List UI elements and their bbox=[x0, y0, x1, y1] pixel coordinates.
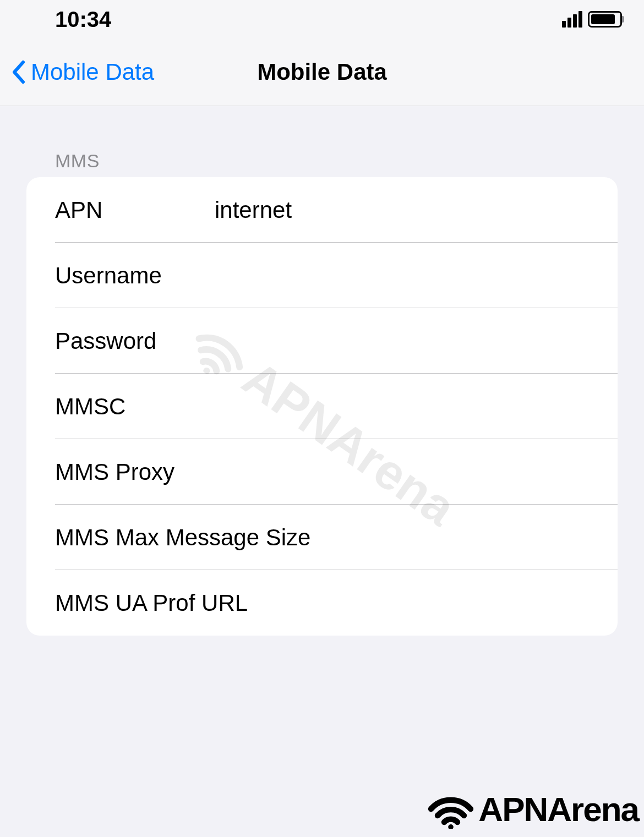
mms-proxy-input[interactable] bbox=[215, 459, 618, 485]
footer-brand-text: APNArena bbox=[478, 790, 638, 829]
status-bar: 10:34 bbox=[0, 0, 644, 39]
mms-ua-prof-row[interactable]: MMS UA Prof URL bbox=[26, 570, 618, 636]
page-title: Mobile Data bbox=[257, 59, 387, 85]
password-label: Password bbox=[55, 328, 215, 354]
apn-row[interactable]: APN bbox=[26, 177, 618, 243]
navigation-bar: Mobile Data Mobile Data bbox=[0, 39, 644, 106]
username-input[interactable] bbox=[215, 262, 618, 289]
svg-point-1 bbox=[449, 824, 454, 829]
mmsc-input[interactable] bbox=[215, 393, 618, 420]
back-button[interactable]: Mobile Data bbox=[0, 59, 154, 85]
footer-brand: APNArena bbox=[426, 789, 638, 829]
mms-ua-prof-label: MMS UA Prof URL bbox=[55, 590, 248, 616]
mms-max-size-row[interactable]: MMS Max Message Size bbox=[26, 505, 618, 570]
apn-input[interactable] bbox=[215, 197, 618, 223]
back-button-label: Mobile Data bbox=[31, 59, 154, 85]
password-row[interactable]: Password bbox=[26, 308, 618, 374]
mms-max-size-label: MMS Max Message Size bbox=[55, 524, 310, 551]
mmsc-label: MMSC bbox=[55, 393, 215, 420]
cellular-signal-icon bbox=[562, 11, 582, 28]
mms-proxy-row[interactable]: MMS Proxy bbox=[26, 439, 618, 505]
password-input[interactable] bbox=[215, 328, 618, 354]
chevron-left-icon bbox=[11, 60, 28, 84]
apn-label: APN bbox=[55, 197, 215, 223]
wifi-icon bbox=[426, 789, 476, 829]
username-row[interactable]: Username bbox=[26, 243, 618, 308]
battery-icon bbox=[588, 11, 622, 28]
section-header-mms: MMS bbox=[0, 106, 644, 177]
username-label: Username bbox=[55, 262, 215, 289]
mmsc-row[interactable]: MMSC bbox=[26, 374, 618, 439]
status-indicators bbox=[562, 11, 622, 28]
mms-proxy-label: MMS Proxy bbox=[55, 459, 215, 485]
mms-settings-group: APN Username Password MMSC MMS Proxy MMS… bbox=[26, 177, 618, 636]
status-time: 10:34 bbox=[55, 7, 111, 32]
